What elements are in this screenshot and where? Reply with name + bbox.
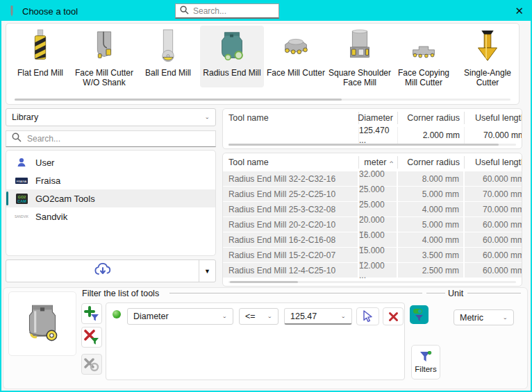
vendor-item-go2cam[interactable]: GO2CAM GO2cam Tools: [6, 189, 215, 207]
chevron-down-icon: ⌄: [267, 314, 272, 319]
criteria-row[interactable]: 125.470 ... 2.000 mm 70.000 mm: [223, 127, 522, 144]
column-header-tool-name[interactable]: Tool name: [223, 112, 359, 124]
cell-tool-name: Radius End Mill 15-2-C20-07: [223, 248, 359, 262]
filter-field-value: Diameter: [133, 312, 169, 321]
tool-type-face-copying-mill-cutter[interactable]: Face Copying Mill Cutter: [392, 26, 456, 87]
table-row[interactable]: Radius End Mill 12-4-C25-10 12.000 ... 2…: [223, 263, 522, 278]
unit-select[interactable]: Metric ⌄: [454, 309, 514, 325]
tool-type-flat-end-mill[interactable]: Flat End Mill: [8, 26, 72, 87]
criteria-table: Tool name Diameter Corner radius Useful …: [222, 108, 522, 149]
cell-useful-length: 60.000 mm: [465, 263, 522, 278]
column-header-diameter[interactable]: Diameter: [359, 112, 398, 124]
filter-value-combo[interactable]: ⌄: [284, 308, 352, 325]
title-search-box[interactable]: [175, 3, 279, 19]
tool-type-radius-end-mill[interactable]: Radius End Mill: [200, 26, 264, 87]
tool-type-label: Radius End Mill: [200, 68, 264, 78]
column-header-diameter-text: meter: [364, 157, 386, 167]
filter-definition-panel: Diameter ⌄ <= ⌄ ⌄: [106, 302, 405, 380]
tool-type-ball-end-mill[interactable]: Ball End Mill: [136, 26, 200, 87]
vendor-item-user[interactable]: User: [6, 153, 215, 171]
svg-text:CAM: CAM: [17, 199, 26, 203]
chevron-down-icon: ⌄: [502, 315, 508, 320]
filter-toggle-button[interactable]: [410, 305, 429, 324]
tool-type-square-shoulder-face-mill[interactable]: Square Shoulder Face Mill: [328, 26, 392, 87]
cell-diameter: 12.000 ...: [359, 263, 398, 278]
column-header-tool-name[interactable]: Tool name: [223, 156, 359, 169]
cell-useful-length: 70.000 mm: [465, 202, 522, 216]
results-table-scrollbar[interactable]: [228, 281, 516, 283]
tool-type-label: Face Mill Cutter: [264, 68, 328, 78]
download-dropdown-arrow[interactable]: ▼: [199, 260, 215, 282]
cell-useful-length: 60.000 mm: [465, 232, 522, 247]
vendor-item-fraisa[interactable]: FRAISA Fraisa: [6, 171, 215, 189]
vendor-item-sandvik[interactable]: SANDVIK Sandvik: [6, 207, 215, 225]
delete-filter-row-button[interactable]: [383, 307, 404, 325]
tool-type-label: Face Copying Mill Cutter: [392, 68, 456, 87]
cell-useful-length: 60.000 mm: [465, 217, 522, 232]
unit-select-value: Metric: [460, 313, 483, 323]
user-icon: [15, 157, 28, 168]
filter-field-select[interactable]: Diameter ⌄: [127, 308, 233, 325]
sandvik-logo-icon: SANDVIK: [15, 214, 28, 219]
filters-button-label: Filters: [415, 365, 436, 373]
cell-tool-name: Radius End Mill 25-2-C25-10: [223, 187, 359, 201]
remove-filter-button[interactable]: [81, 327, 102, 348]
tool-type-single-angle-cutter[interactable]: Single-Angle Cutter: [456, 26, 519, 87]
cell-tool-name: Radius End Mill 20-2-C20-10: [223, 217, 359, 232]
filter-group-line: [169, 293, 422, 293]
library-search-box[interactable]: [6, 130, 216, 147]
titlebar: Choose a tool ✕: [1, 1, 531, 21]
svg-text:FRAISA: FRAISA: [17, 179, 27, 182]
cell-useful-length: 70.000 mm: [465, 187, 522, 201]
filter-active-led: [113, 310, 121, 318]
column-header-useful-length[interactable]: Useful length: [465, 112, 522, 124]
chevron-down-icon: ⌄: [204, 115, 210, 120]
face-mill-cutter-icon: [277, 28, 315, 66]
tool-type-label: Single-Angle Cutter: [456, 68, 519, 87]
choose-tool-dialog: Choose a tool ✕ Flat End Mill Face Mill …: [0, 0, 532, 392]
library-select[interactable]: Library ⌄: [6, 108, 216, 126]
add-filter-button[interactable]: [81, 303, 102, 324]
filters-button[interactable]: Filters: [411, 345, 440, 380]
pick-value-button[interactable]: [356, 307, 379, 325]
tool-type-face-mill-cutter[interactable]: Face Mill Cutter: [264, 26, 328, 87]
column-header-corner-radius[interactable]: Corner radius: [398, 156, 465, 169]
tool-type-row: Flat End Mill Face Mill Cutter W/O Shank…: [8, 26, 519, 87]
clear-filters-button-disabled[interactable]: [81, 354, 102, 375]
chevron-down-icon: ⌄: [340, 314, 346, 318]
cell-useful-length: 60.000 mm: [465, 248, 522, 262]
cell-useful-length: 60.000 mm: [465, 171, 522, 186]
vendor-list: User FRAISA Fraisa GO2CAM GO2cam Tools S…: [6, 150, 216, 256]
cell-corner-radius: 8.000 mm: [398, 171, 465, 186]
column-header-useful-length[interactable]: Useful length: [465, 156, 522, 169]
library-search-input[interactable]: [27, 134, 210, 144]
title-search-input[interactable]: [193, 6, 274, 16]
column-header-corner-radius[interactable]: Corner radius: [398, 112, 465, 124]
tool-type-label: Face Mill Cutter W/O Shank: [72, 68, 136, 87]
go2cam-logo-icon: GO2CAM: [15, 194, 28, 204]
close-icon[interactable]: ✕: [515, 4, 524, 18]
face-copying-mill-cutter-icon: [405, 28, 442, 66]
unit-group-line-left: [426, 293, 445, 293]
filter-operator-value: <=: [245, 312, 256, 321]
face-mill-wo-shank-icon: [85, 28, 123, 66]
column-header-diameter-sorted[interactable]: meter ^: [359, 156, 398, 169]
filter-operator-select[interactable]: <= ⌄: [239, 308, 279, 325]
fraisa-logo-icon: FRAISA: [15, 178, 28, 184]
square-shoulder-face-mill-icon: [341, 28, 379, 66]
svg-text:SANDVIK: SANDVIK: [15, 215, 28, 219]
criteria-table-scrollbar[interactable]: [228, 144, 516, 146]
criteria-table-header: Tool name Diameter Corner radius Useful …: [223, 109, 522, 127]
chevron-down-icon: ⌄: [222, 314, 227, 319]
tool-strip-scrollbar[interactable]: [15, 99, 510, 101]
cell-tool-name: Radius End Mill 16-2-C16-08: [223, 232, 359, 247]
filter-value-input[interactable]: [290, 312, 332, 321]
library-select-value: Library: [12, 112, 38, 122]
flat-end-mill-icon: [22, 28, 59, 66]
download-library-button[interactable]: ▼: [6, 259, 216, 282]
tool-type-face-mill-wo-shank[interactable]: Face Mill Cutter W/O Shank: [72, 26, 136, 87]
dialog-title: Choose a tool: [22, 6, 78, 17]
download-button-main[interactable]: [6, 260, 199, 282]
cell-tool-name: Radius End Mill 25-3-C32-08: [223, 202, 359, 216]
cell-corner-radius: 4.000 mm: [398, 232, 465, 247]
